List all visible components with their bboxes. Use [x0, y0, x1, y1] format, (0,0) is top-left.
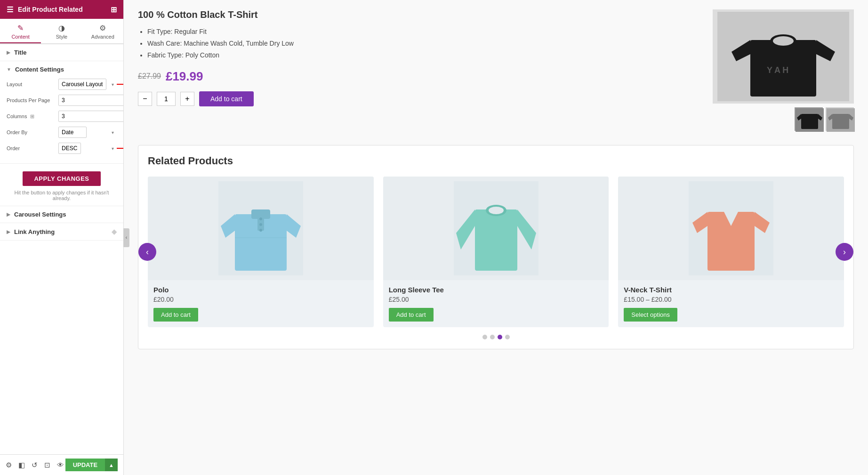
- related-products-title: Related Products: [148, 155, 844, 167]
- feature-3: Fabric Type: Poly Cotton: [147, 49, 694, 61]
- link-anything-header[interactable]: ▶ Link Anything ◆: [0, 223, 123, 241]
- carousel-prev-button[interactable]: ‹: [138, 243, 156, 261]
- link-anything-diamond-icon: ◆: [112, 228, 117, 235]
- order-by-label: Order By: [7, 129, 58, 135]
- tab-content-label: Content: [11, 34, 30, 40]
- link-anything-arrow-icon: ▶: [7, 229, 10, 234]
- panel-header: ☰ Edit Product Related ⊞: [0, 0, 123, 19]
- content-tab-icon: ✎: [17, 24, 24, 32]
- update-dropdown-button[interactable]: ▲: [105, 459, 118, 471]
- carousel-dot-4[interactable]: [505, 335, 510, 339]
- title-section-header[interactable]: ▶ Title: [0, 44, 123, 61]
- svg-point-30: [489, 207, 504, 214]
- content-settings-label: Content Settings: [15, 66, 64, 73]
- old-price: £27.99: [138, 72, 161, 81]
- polo-add-to-cart-button[interactable]: Add to cart: [153, 308, 198, 322]
- tab-advanced[interactable]: ⚙ Advanced: [82, 19, 123, 43]
- longsleeve-add-to-cart-button[interactable]: Add to cart: [389, 308, 434, 322]
- add-to-cart-button[interactable]: Add to cart: [199, 91, 254, 106]
- product-info: 100 % Cotton Black T-Shirt Fit Type: Reg…: [138, 9, 694, 106]
- svg-text:Y A H: Y A H: [767, 65, 788, 75]
- product-title: 100 % Cotton Black T-Shirt: [138, 9, 694, 20]
- product-image-area: Y A H: [713, 9, 854, 131]
- thumbnail-dark[interactable]: [795, 107, 823, 131]
- columns-row: Columns ⊞: [7, 111, 117, 122]
- product-card-polo: Polo £20.00 Add to cart: [148, 177, 374, 327]
- layout-select-wrapper: Carousel Layout Grid Layout: [58, 79, 117, 90]
- carousel-dot-3[interactable]: [498, 335, 502, 339]
- layout-arrow-indicator: [117, 82, 123, 87]
- panel-body: ▶ Title ▼ Content Settings Layout Carous…: [0, 44, 123, 475]
- qty-increase-button[interactable]: +: [180, 92, 194, 106]
- columns-icon: ⊞: [30, 113, 34, 119]
- columns-input[interactable]: [58, 111, 123, 122]
- svg-rect-12: [832, 114, 849, 129]
- product-card-longsleeve-image: [383, 177, 609, 280]
- preview-icon[interactable]: 👁: [57, 461, 64, 469]
- title-section-label: Title: [14, 49, 27, 56]
- responsive-icon[interactable]: ⊡: [44, 461, 50, 469]
- carousel-next-button[interactable]: ›: [836, 243, 853, 261]
- carousel-container: ‹: [148, 177, 844, 327]
- vneck-svg: [689, 181, 773, 275]
- order-row: Order DESC ASC: [7, 143, 117, 154]
- products-per-page-input[interactable]: [58, 95, 123, 106]
- order-select-wrapper: DESC ASC: [58, 143, 117, 154]
- qty-decrease-button[interactable]: −: [138, 92, 152, 106]
- tab-style-label: Style: [56, 34, 67, 40]
- layout-select[interactable]: Carousel Layout Grid Layout: [58, 79, 106, 90]
- tab-style[interactable]: ◑ Style: [41, 19, 82, 43]
- product-card-polo-image: [148, 177, 374, 280]
- carousel-dot-1[interactable]: [482, 335, 487, 339]
- products-per-page-label: Products Per Page: [7, 97, 58, 103]
- svg-point-5: [773, 36, 794, 46]
- product-features: Fit Type: Regular Fit Wash Care: Machine…: [138, 26, 694, 62]
- tab-content[interactable]: ✎ Content: [0, 19, 41, 43]
- advanced-tab-icon: ⚙: [99, 24, 106, 32]
- product-details: 100 % Cotton Black T-Shirt Fit Type: Reg…: [138, 9, 854, 131]
- style-tab-icon: ◑: [58, 24, 65, 32]
- svg-point-21: [259, 217, 262, 220]
- carousel-settings-arrow-icon: ▶: [7, 212, 10, 217]
- carousel-settings-header[interactable]: ▶ Carousel Settings: [0, 206, 123, 223]
- svg-rect-8: [801, 114, 818, 129]
- longsleeve-price: £25.00: [389, 296, 603, 303]
- layout-label: Layout: [7, 81, 58, 87]
- feature-1: Fit Type: Regular Fit: [147, 26, 694, 38]
- layers-icon[interactable]: ◧: [18, 461, 25, 469]
- product-section: 100 % Cotton Black T-Shirt Fit Type: Reg…: [138, 9, 854, 131]
- carousel-dots: [148, 335, 844, 339]
- layout-row: Layout Carousel Layout Grid Layout: [7, 79, 117, 90]
- apply-changes-area: APPLY CHANGES Hit the button to apply ch…: [0, 164, 123, 206]
- tab-advanced-label: Advanced: [91, 34, 114, 40]
- panel-tabs: ✎ Content ◑ Style ⚙ Advanced: [0, 19, 123, 44]
- history-icon[interactable]: ↺: [32, 461, 38, 469]
- order-label: Order: [7, 145, 58, 151]
- order-by-select[interactable]: Date Name Price Random: [58, 127, 87, 138]
- update-button[interactable]: UPDATE: [65, 459, 105, 471]
- panel-title: Edit Product Related: [18, 6, 83, 13]
- new-price: £19.99: [166, 69, 203, 84]
- carousel-dot-2[interactable]: [490, 335, 495, 339]
- thumbnail-gray[interactable]: [826, 107, 854, 131]
- product-card-vneck-image: [618, 177, 844, 280]
- right-content: 100 % Cotton Black T-Shirt Fit Type: Reg…: [124, 0, 868, 475]
- footer-icons: ⚙ ◧ ↺ ⊡ 👁: [6, 461, 64, 469]
- apply-changes-button[interactable]: APPLY CHANGES: [23, 171, 100, 186]
- vneck-select-options-button[interactable]: Select options: [624, 308, 677, 322]
- update-btn-group: UPDATE ▲: [65, 459, 118, 471]
- collapse-handle[interactable]: ‹: [123, 228, 129, 247]
- panel-footer: ⚙ ◧ ↺ ⊡ 👁 UPDATE ▲: [0, 454, 123, 475]
- content-settings-header[interactable]: ▼ Content Settings: [7, 66, 117, 73]
- order-select[interactable]: DESC ASC: [58, 143, 81, 154]
- settings-icon[interactable]: ⚙: [6, 461, 12, 469]
- products-carousel: Polo £20.00 Add to cart: [148, 177, 844, 327]
- title-arrow-icon: ▶: [7, 50, 10, 55]
- products-per-page-row: Products Per Page: [7, 95, 117, 106]
- grid-icon[interactable]: ⊞: [111, 5, 117, 14]
- qty-input[interactable]: [157, 92, 176, 106]
- order-by-row: Order By Date Name Price Random: [7, 127, 117, 138]
- related-section: Related Products ‹: [138, 145, 854, 349]
- svg-rect-26: [475, 209, 517, 271]
- hamburger-icon[interactable]: ☰: [7, 5, 13, 14]
